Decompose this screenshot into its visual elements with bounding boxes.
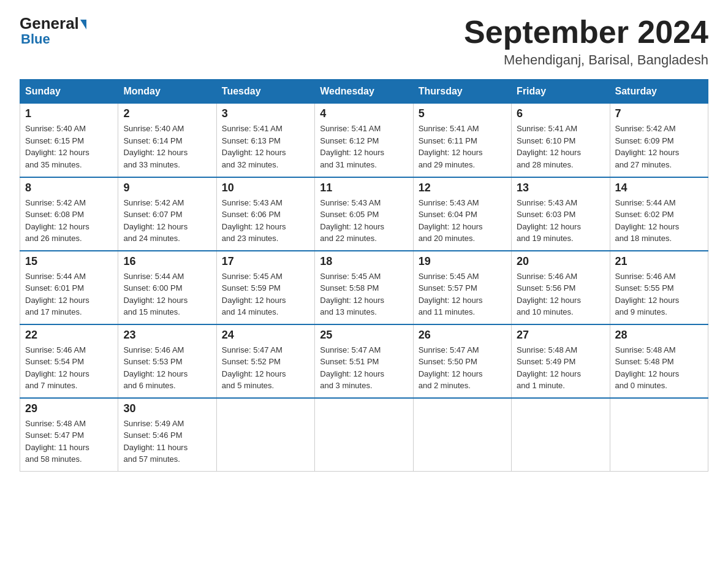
table-row: 3 Sunrise: 5:41 AMSunset: 6:13 PMDayligh… bbox=[216, 104, 314, 177]
day-info: Sunrise: 5:42 AMSunset: 6:09 PMDaylight:… bbox=[615, 123, 703, 170]
col-monday: Monday bbox=[118, 80, 216, 104]
header-area: General Blue September 2024 Mehendiganj,… bbox=[20, 15, 708, 68]
day-number: 23 bbox=[123, 329, 211, 342]
col-wednesday: Wednesday bbox=[315, 80, 413, 104]
table-row: 1 Sunrise: 5:40 AMSunset: 6:15 PMDayligh… bbox=[20, 104, 118, 177]
table-row: 13 Sunrise: 5:43 AMSunset: 6:03 PMDaylig… bbox=[512, 177, 610, 251]
day-info: Sunrise: 5:49 AMSunset: 5:46 PMDaylight:… bbox=[123, 418, 211, 465]
calendar-subtitle: Mehendiganj, Barisal, Bangladesh bbox=[464, 52, 708, 68]
table-row bbox=[413, 398, 511, 472]
col-thursday: Thursday bbox=[413, 80, 511, 104]
table-row: 14 Sunrise: 5:44 AMSunset: 6:02 PMDaylig… bbox=[610, 177, 708, 251]
day-info: Sunrise: 5:42 AMSunset: 6:07 PMDaylight:… bbox=[123, 197, 211, 245]
logo-general: General bbox=[20, 15, 86, 33]
table-row: 6 Sunrise: 5:41 AMSunset: 6:10 PMDayligh… bbox=[512, 104, 610, 177]
day-number: 1 bbox=[25, 107, 113, 120]
table-row bbox=[610, 398, 708, 472]
table-row: 4 Sunrise: 5:41 AMSunset: 6:12 PMDayligh… bbox=[315, 104, 413, 177]
calendar-table: Sunday Monday Tuesday Wednesday Thursday… bbox=[20, 79, 708, 472]
day-info: Sunrise: 5:41 AMSunset: 6:11 PMDaylight:… bbox=[419, 123, 506, 170]
table-row: 20 Sunrise: 5:46 AMSunset: 5:56 PMDaylig… bbox=[512, 251, 610, 324]
calendar-week-4: 22 Sunrise: 5:46 AMSunset: 5:54 PMDaylig… bbox=[20, 324, 708, 398]
day-number: 27 bbox=[517, 329, 604, 342]
table-row: 7 Sunrise: 5:42 AMSunset: 6:09 PMDayligh… bbox=[610, 104, 708, 177]
day-info: Sunrise: 5:45 AMSunset: 5:58 PMDaylight:… bbox=[320, 270, 408, 318]
calendar-week-2: 8 Sunrise: 5:42 AMSunset: 6:08 PMDayligh… bbox=[20, 177, 708, 251]
day-number: 9 bbox=[123, 182, 211, 194]
header-row: Sunday Monday Tuesday Wednesday Thursday… bbox=[20, 80, 708, 104]
calendar-week-3: 15 Sunrise: 5:44 AMSunset: 6:01 PMDaylig… bbox=[20, 251, 708, 324]
day-number: 3 bbox=[222, 107, 309, 120]
table-row: 16 Sunrise: 5:44 AMSunset: 6:00 PMDaylig… bbox=[118, 251, 216, 324]
day-info: Sunrise: 5:44 AMSunset: 6:00 PMDaylight:… bbox=[123, 270, 211, 318]
table-row: 5 Sunrise: 5:41 AMSunset: 6:11 PMDayligh… bbox=[413, 104, 511, 177]
day-number: 11 bbox=[320, 182, 408, 194]
col-saturday: Saturday bbox=[610, 80, 708, 104]
day-number: 7 bbox=[615, 107, 703, 120]
day-info: Sunrise: 5:47 AMSunset: 5:52 PMDaylight:… bbox=[222, 344, 309, 392]
day-info: Sunrise: 5:48 AMSunset: 5:48 PMDaylight:… bbox=[615, 344, 703, 392]
day-info: Sunrise: 5:48 AMSunset: 5:49 PMDaylight:… bbox=[517, 344, 604, 392]
table-row: 19 Sunrise: 5:45 AMSunset: 5:57 PMDaylig… bbox=[413, 251, 511, 324]
table-row: 28 Sunrise: 5:48 AMSunset: 5:48 PMDaylig… bbox=[610, 324, 708, 398]
day-number: 21 bbox=[615, 255, 703, 268]
day-number: 6 bbox=[517, 107, 604, 120]
day-info: Sunrise: 5:47 AMSunset: 5:51 PMDaylight:… bbox=[320, 344, 408, 392]
day-info: Sunrise: 5:43 AMSunset: 6:03 PMDaylight:… bbox=[517, 197, 604, 245]
logo-triangle-icon bbox=[80, 20, 86, 29]
table-row: 23 Sunrise: 5:46 AMSunset: 5:53 PMDaylig… bbox=[118, 324, 216, 398]
table-row bbox=[512, 398, 610, 472]
day-number: 12 bbox=[419, 182, 506, 194]
day-number: 19 bbox=[419, 255, 506, 268]
day-info: Sunrise: 5:46 AMSunset: 5:55 PMDaylight:… bbox=[615, 270, 703, 318]
day-number: 8 bbox=[25, 182, 113, 194]
day-info: Sunrise: 5:47 AMSunset: 5:50 PMDaylight:… bbox=[419, 344, 506, 392]
day-number: 13 bbox=[517, 182, 604, 194]
table-row: 17 Sunrise: 5:45 AMSunset: 5:59 PMDaylig… bbox=[216, 251, 314, 324]
table-row: 10 Sunrise: 5:43 AMSunset: 6:06 PMDaylig… bbox=[216, 177, 314, 251]
table-row: 9 Sunrise: 5:42 AMSunset: 6:07 PMDayligh… bbox=[118, 177, 216, 251]
table-row: 12 Sunrise: 5:43 AMSunset: 6:04 PMDaylig… bbox=[413, 177, 511, 251]
day-info: Sunrise: 5:45 AMSunset: 5:57 PMDaylight:… bbox=[419, 270, 506, 318]
col-tuesday: Tuesday bbox=[216, 80, 314, 104]
table-row: 29 Sunrise: 5:48 AMSunset: 5:47 PMDaylig… bbox=[20, 398, 118, 472]
day-info: Sunrise: 5:46 AMSunset: 5:53 PMDaylight:… bbox=[123, 344, 211, 392]
table-row: 24 Sunrise: 5:47 AMSunset: 5:52 PMDaylig… bbox=[216, 324, 314, 398]
day-number: 26 bbox=[419, 329, 506, 342]
day-number: 25 bbox=[320, 329, 408, 342]
day-number: 24 bbox=[222, 329, 309, 342]
logo-blue-text: Blue bbox=[21, 31, 50, 47]
day-info: Sunrise: 5:42 AMSunset: 6:08 PMDaylight:… bbox=[25, 197, 113, 245]
table-row: 26 Sunrise: 5:47 AMSunset: 5:50 PMDaylig… bbox=[413, 324, 511, 398]
day-number: 16 bbox=[123, 255, 211, 268]
day-number: 14 bbox=[615, 182, 703, 194]
table-row: 27 Sunrise: 5:48 AMSunset: 5:49 PMDaylig… bbox=[512, 324, 610, 398]
table-row: 8 Sunrise: 5:42 AMSunset: 6:08 PMDayligh… bbox=[20, 177, 118, 251]
table-row: 11 Sunrise: 5:43 AMSunset: 6:05 PMDaylig… bbox=[315, 177, 413, 251]
day-info: Sunrise: 5:41 AMSunset: 6:13 PMDaylight:… bbox=[222, 123, 309, 170]
day-number: 4 bbox=[320, 107, 408, 120]
day-number: 29 bbox=[25, 402, 113, 415]
day-number: 2 bbox=[123, 107, 211, 120]
day-number: 17 bbox=[222, 255, 309, 268]
day-info: Sunrise: 5:44 AMSunset: 6:02 PMDaylight:… bbox=[615, 197, 703, 245]
day-info: Sunrise: 5:45 AMSunset: 5:59 PMDaylight:… bbox=[222, 270, 309, 318]
day-number: 22 bbox=[25, 329, 113, 342]
day-number: 10 bbox=[222, 182, 309, 194]
day-info: Sunrise: 5:43 AMSunset: 6:04 PMDaylight:… bbox=[419, 197, 506, 245]
col-friday: Friday bbox=[512, 80, 610, 104]
day-info: Sunrise: 5:48 AMSunset: 5:47 PMDaylight:… bbox=[25, 418, 113, 465]
logo-blue: Blue bbox=[21, 31, 50, 47]
day-info: Sunrise: 5:46 AMSunset: 5:54 PMDaylight:… bbox=[25, 344, 113, 392]
day-info: Sunrise: 5:46 AMSunset: 5:56 PMDaylight:… bbox=[517, 270, 604, 318]
table-row: 15 Sunrise: 5:44 AMSunset: 6:01 PMDaylig… bbox=[20, 251, 118, 324]
calendar-week-5: 29 Sunrise: 5:48 AMSunset: 5:47 PMDaylig… bbox=[20, 398, 708, 472]
day-info: Sunrise: 5:40 AMSunset: 6:14 PMDaylight:… bbox=[123, 123, 211, 170]
table-row bbox=[216, 398, 314, 472]
day-number: 30 bbox=[123, 402, 211, 415]
logo-general-text: General bbox=[20, 14, 79, 33]
day-number: 15 bbox=[25, 255, 113, 268]
day-info: Sunrise: 5:43 AMSunset: 6:06 PMDaylight:… bbox=[222, 197, 309, 245]
day-number: 28 bbox=[615, 329, 703, 342]
day-number: 18 bbox=[320, 255, 408, 268]
